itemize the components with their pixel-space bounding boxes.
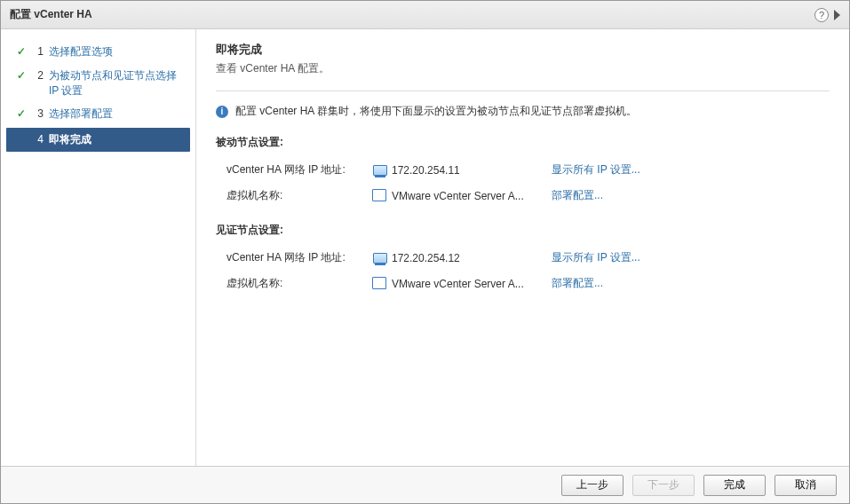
expand-icon[interactable] <box>834 10 840 20</box>
passive-vm-value: VMware vCenter Server A... <box>392 190 552 202</box>
passive-ip-value: 172.20.254.11 <box>392 164 552 177</box>
witness-ip-value: 172.20.254.12 <box>392 252 552 264</box>
passive-vm-label: 虚拟机名称: <box>226 188 369 203</box>
wizard-step-1[interactable]: ✓ 1 选择配置选项 <box>1 40 195 64</box>
passive-vm-row: 虚拟机名称: VMware vCenter Server A... 部署配置..… <box>216 183 830 209</box>
titlebar-icons: ? <box>814 8 840 22</box>
info-icon: i <box>216 106 228 118</box>
step-label: 即将完成 <box>49 132 181 147</box>
checkmark-icon: ✓ <box>17 106 31 122</box>
window-title: 配置 vCenter HA <box>10 7 92 22</box>
wizard-step-2[interactable]: ✓ 2 为被动节点和见证节点选择 IP 设置 <box>1 64 195 103</box>
wizard-window: 配置 vCenter HA ? ✓ 1 选择配置选项 ✓ 2 为被动节点和见证节… <box>0 0 850 504</box>
witness-deploy-config-link[interactable]: 部署配置... <box>552 276 603 291</box>
step-label: 为被动节点和见证节点选择 IP 设置 <box>49 68 187 98</box>
wizard-footer: 上一步 下一步 完成 取消 <box>1 466 849 503</box>
witness-vm-row: 虚拟机名称: VMware vCenter Server A... 部署配置..… <box>216 271 830 296</box>
vm-icon <box>374 279 386 289</box>
wizard-step-3[interactable]: ✓ 3 选择部署配置 <box>1 102 195 126</box>
step-label: 选择部署配置 <box>49 106 187 122</box>
passive-show-ip-link[interactable]: 显示所有 IP 设置... <box>552 162 640 177</box>
page-subheading: 查看 vCenter HA 配置。 <box>216 61 830 76</box>
step-number: 4 <box>31 132 44 147</box>
next-button: 下一步 <box>632 475 695 496</box>
witness-ip-label: vCenter HA 网络 IP 地址: <box>226 250 369 265</box>
titlebar: 配置 vCenter HA ? <box>1 1 849 29</box>
passive-deploy-config-link[interactable]: 部署配置... <box>552 188 603 203</box>
wizard-steps-sidebar: ✓ 1 选择配置选项 ✓ 2 为被动节点和见证节点选择 IP 设置 ✓ 3 选择… <box>1 29 196 466</box>
passive-section-title: 被动节点设置: <box>216 135 830 150</box>
passive-ip-label: vCenter HA 网络 IP 地址: <box>226 162 369 177</box>
cancel-button[interactable]: 取消 <box>775 475 837 496</box>
witness-show-ip-link[interactable]: 显示所有 IP 设置... <box>552 250 640 265</box>
wizard-body: ✓ 1 选择配置选项 ✓ 2 为被动节点和见证节点选择 IP 设置 ✓ 3 选择… <box>1 29 849 466</box>
help-icon[interactable]: ? <box>814 8 829 22</box>
info-message: i 配置 vCenter HA 群集时，将使用下面显示的设置为被动节点和见证节点… <box>216 104 830 119</box>
witness-ip-row: vCenter HA 网络 IP 地址: 172.20.254.12 显示所有 … <box>216 245 830 271</box>
back-button[interactable]: 上一步 <box>561 475 624 496</box>
separator <box>216 91 830 91</box>
page-heading: 即将完成 <box>216 42 830 58</box>
step-number: 2 <box>31 68 44 83</box>
wizard-step-4[interactable]: 4 即将完成 <box>6 128 190 152</box>
witness-section-title: 见证节点设置: <box>216 223 830 238</box>
witness-vm-value: VMware vCenter Server A... <box>392 278 552 290</box>
network-icon <box>373 253 387 264</box>
step-number: 1 <box>31 44 44 59</box>
step-number: 3 <box>31 106 44 122</box>
checkmark-icon: ✓ <box>17 44 31 59</box>
info-text: 配置 vCenter HA 群集时，将使用下面显示的设置为被动节点和见证节点部署… <box>235 104 637 119</box>
vm-icon <box>374 191 386 201</box>
wizard-content: 即将完成 查看 vCenter HA 配置。 i 配置 vCenter HA 群… <box>196 29 849 466</box>
witness-vm-label: 虚拟机名称: <box>226 276 369 291</box>
checkmark-icon: ✓ <box>17 68 31 83</box>
finish-button[interactable]: 完成 <box>703 475 766 496</box>
passive-ip-row: vCenter HA 网络 IP 地址: 172.20.254.11 显示所有 … <box>216 157 830 183</box>
network-icon <box>373 165 387 176</box>
step-label: 选择配置选项 <box>49 44 187 59</box>
